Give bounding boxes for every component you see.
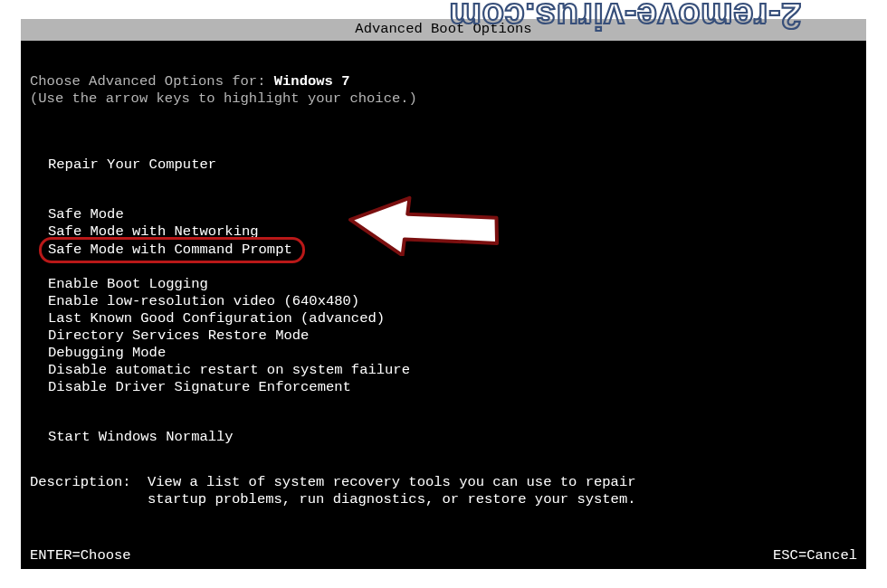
prompt-prefix: Choose Advanced Options for: [30, 73, 274, 90]
boot-console: Advanced Boot Options Choose Advanced Op… [21, 19, 866, 569]
hint-line: (Use the arrow keys to highlight your ch… [30, 90, 857, 108]
description-text: View a list of system recovery tools you… [148, 474, 636, 508]
footer-bar: ENTER=Choose ESC=Cancel [30, 547, 857, 564]
menu-item-disable-driver-sig[interactable]: Disable Driver Signature Enforcement [48, 379, 857, 396]
description-block: Description: View a list of system recov… [30, 474, 636, 508]
menu-item-ds-restore-mode[interactable]: Directory Services Restore Mode [48, 327, 857, 345]
menu-item-repair[interactable]: Repair Your Computer [48, 156, 857, 174]
menu-item-safe-mode-cmd[interactable]: Safe Mode with Command Prompt [30, 241, 857, 261]
footer-esc: ESC=Cancel [773, 547, 857, 564]
os-name: Windows 7 [274, 73, 350, 90]
content-area: Choose Advanced Options for: Windows 7 (… [30, 73, 857, 446]
menu-item-start-normally[interactable]: Start Windows Normally [48, 429, 857, 446]
menu-item-disable-auto-restart[interactable]: Disable automatic restart on system fail… [48, 362, 857, 379]
menu-item-safe-mode[interactable]: Safe Mode [48, 206, 857, 223]
menu-item-low-res-video[interactable]: Enable low-resolution video (640x480) [48, 293, 857, 310]
menu-item-boot-logging[interactable]: Enable Boot Logging [48, 276, 857, 293]
title-bar: Advanced Boot Options [21, 19, 866, 41]
title-text: Advanced Boot Options [355, 21, 531, 37]
menu-item-debugging-mode[interactable]: Debugging Mode [48, 345, 857, 362]
description-label: Description: [30, 474, 148, 508]
footer-enter: ENTER=Choose [30, 547, 131, 564]
menu-item-last-known-good[interactable]: Last Known Good Configuration (advanced) [48, 310, 857, 327]
menu-item-safe-mode-networking[interactable]: Safe Mode with Networking [48, 223, 857, 241]
menu-item-safe-mode-cmd-label: Safe Mode with Command Prompt [43, 241, 301, 261]
prompt-line: Choose Advanced Options for: Windows 7 [30, 73, 857, 90]
